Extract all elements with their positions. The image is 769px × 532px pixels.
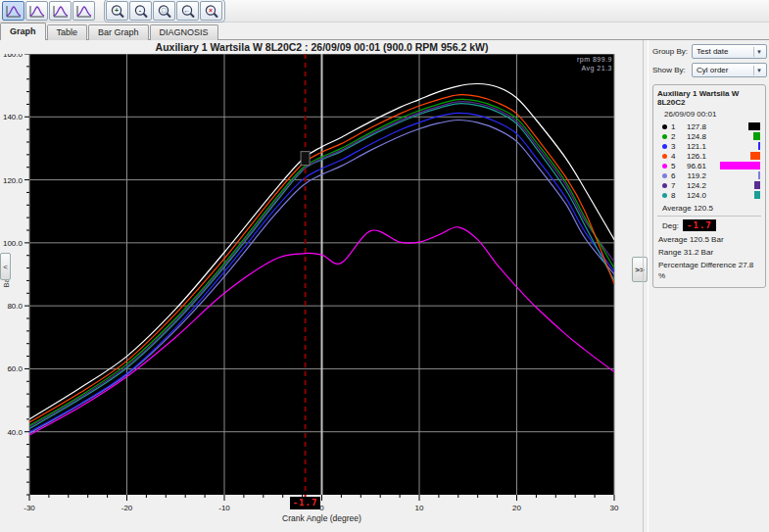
overlay-avg-text: Avg 21.3	[490, 64, 612, 73]
svg-text:10: 10	[415, 504, 424, 512]
svg-text:30: 30	[610, 504, 619, 512]
cylinder-number: 8	[671, 191, 681, 200]
svg-text:40.0: 40.0	[7, 428, 23, 437]
x-axis-title: Crank Angle (degree)	[29, 513, 614, 523]
mini-graph-icon	[6, 5, 22, 18]
legend-row-cyl-3[interactable]: 3121.1	[662, 141, 761, 151]
cylinder-color-dot-icon	[662, 173, 667, 178]
legend-row-cyl-2[interactable]: 2124.8	[662, 131, 761, 141]
deviation-bar	[758, 171, 760, 179]
tab-table[interactable]: Table	[47, 24, 88, 40]
svg-text:×: ×	[208, 7, 212, 14]
magnifier-icon: □	[157, 4, 172, 19]
right-panel: Group By: Test date ▼ Show By: Cyl order…	[649, 40, 769, 532]
cylinder-number: 1	[671, 122, 681, 131]
svg-text:0: 0	[319, 504, 324, 512]
zoom-window-button[interactable]: □	[153, 1, 175, 21]
svg-text:60.0: 60.0	[7, 364, 23, 373]
chevron-down-icon[interactable]: ▼	[753, 66, 764, 75]
cylinder-pressure-value: 127.8	[681, 122, 706, 131]
deviation-bar-container	[706, 162, 761, 169]
stat-line-2: Percentage Difference 27.8 %	[658, 260, 761, 281]
legend-row-cyl-4[interactable]: 4126.1	[662, 151, 761, 161]
legend-timestamp: 26/09/09 00:01	[664, 110, 761, 119]
cylinder-color-dot-icon	[662, 154, 667, 159]
legend-row-cyl-8[interactable]: 8124.0	[662, 190, 761, 200]
cylinder-pressure-value: 124.0	[681, 191, 706, 200]
deviation-bar-container	[706, 132, 761, 140]
cylinder-color-dot-icon	[662, 183, 667, 188]
legend-row-cyl-7[interactable]: 7124.2	[662, 180, 761, 190]
mini-graph-icon	[76, 5, 92, 18]
tab-diagnosis[interactable]: DIAGNOSIS	[150, 24, 218, 40]
chart-overlay-readout: rpm 899.9 Avg 21.3	[490, 55, 612, 73]
show-by-dropdown[interactable]: Cyl order ▼	[692, 63, 767, 77]
svg-text:-20: -20	[121, 504, 133, 512]
graph-scroll-curve-button[interactable]	[49, 1, 72, 21]
graph-overlay-curves-button[interactable]	[25, 1, 48, 21]
chart-title: Auxiliary 1 Wartsila W 8L20C2 : 26/09/09…	[29, 41, 614, 53]
stat-line-0: Average 120.5 Bar	[658, 234, 761, 245]
show-by-label: Show By:	[652, 66, 692, 74]
cylinder-number: 5	[671, 162, 681, 170]
expand-panel-button[interactable]: >>	[632, 257, 648, 282]
deviation-bar-container	[706, 122, 761, 130]
deviation-bar	[748, 122, 760, 130]
panel-splitter-highlight	[648, 40, 649, 532]
toolbar: +-□←×	[0, 0, 769, 23]
show-by-value: Cyl order	[697, 66, 728, 74]
tab-strip: GraphTableBar GraphDIAGNOSIS	[0, 23, 769, 40]
svg-text:140.0: 140.0	[3, 113, 24, 121]
zoom-previous-button[interactable]: ←	[176, 1, 199, 21]
tab-bar-graph[interactable]: Bar Graph	[88, 24, 149, 40]
legend-row-cyl-1[interactable]: 1127.8	[662, 121, 761, 131]
deg-readout-row: Deg: -1.7	[662, 219, 761, 231]
legend-row-cyl-5[interactable]: 596.61	[662, 161, 761, 170]
cylinder-color-dot-icon	[662, 193, 667, 198]
deviation-bar-container	[706, 191, 761, 199]
cursor-handle[interactable]	[301, 152, 310, 166]
magnifier-icon: -	[133, 4, 149, 19]
chevron-down-icon[interactable]: ▼	[753, 47, 764, 57]
zoom-out-button[interactable]: -	[129, 1, 152, 21]
zoom-reset-button[interactable]: ×	[200, 1, 222, 21]
magnifier-icon: ←	[180, 4, 196, 19]
application-window: +-□←× GraphTableBar GraphDIAGNOSIS Auxil…	[0, 0, 769, 532]
graph-single-curve-button[interactable]	[2, 1, 24, 21]
deg-led-readout: -1.7	[683, 219, 716, 231]
pressure-chart[interactable]: 40.060.080.0100.0120.0140.0160.0-30-20-1…	[0, 54, 642, 514]
magnifier-icon: +	[110, 4, 125, 19]
cylinder-value-list: 1127.82124.83121.14126.1596.616119.27124…	[657, 121, 761, 200]
cylinder-pressure-value: 124.2	[681, 181, 706, 190]
cylinder-number: 4	[671, 152, 681, 161]
deviation-bar	[750, 152, 760, 160]
zoom-button-group: +-□←×	[104, 0, 225, 23]
deviation-bar-container	[706, 181, 761, 189]
svg-text:-10: -10	[218, 504, 230, 512]
cylinder-number: 3	[671, 142, 681, 151]
mini-graph-icon	[29, 5, 45, 18]
collapse-left-button[interactable]: <	[0, 253, 11, 280]
legend-row-cyl-6[interactable]: 6119.2	[662, 170, 761, 180]
svg-text:80.0: 80.0	[7, 302, 23, 311]
svg-text:-30: -30	[24, 504, 35, 512]
cylinder-number: 7	[671, 181, 681, 190]
group-by-label: Group By:	[652, 47, 692, 56]
cylinder-pressure-value: 121.1	[681, 142, 706, 151]
graph-peak-curve-button[interactable]	[72, 1, 95, 21]
cylinder-color-dot-icon	[662, 164, 667, 169]
cylinder-pressure-value: 119.2	[681, 171, 706, 180]
deviation-bar-container	[706, 142, 761, 150]
tab-graph[interactable]: Graph	[0, 23, 46, 40]
cylinder-number: 2	[671, 132, 681, 141]
panel-splitter[interactable]	[643, 40, 644, 532]
group-by-value: Test date	[697, 47, 728, 56]
svg-text:100.0: 100.0	[3, 239, 24, 248]
cylinder-pressure-value: 124.8	[681, 132, 706, 141]
zoom-in-button[interactable]: +	[106, 1, 128, 21]
svg-text:+: +	[114, 7, 118, 14]
group-by-dropdown[interactable]: Test date ▼	[692, 44, 767, 59]
cylinder-pressure-value: 96.61	[681, 162, 706, 170]
magnifier-icon: ×	[204, 4, 219, 19]
overlay-rpm-text: rpm 899.9	[490, 55, 612, 64]
